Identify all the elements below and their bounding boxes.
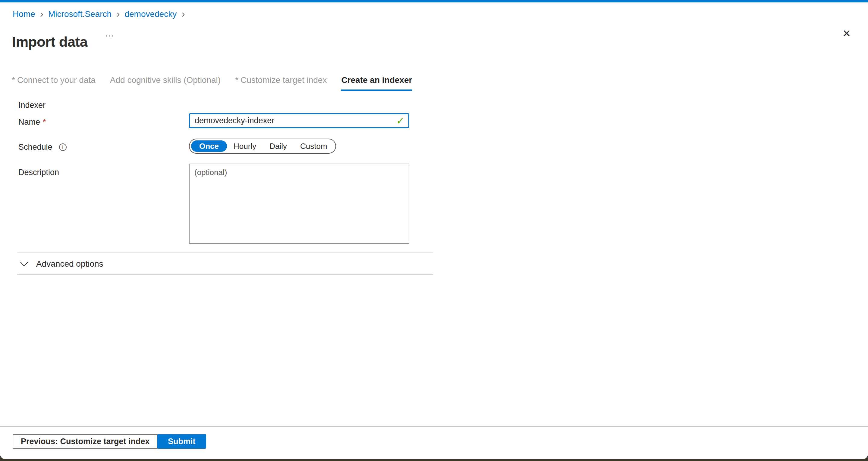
chevron-right-icon: ›	[116, 9, 120, 18]
tab-label: Connect to your data	[17, 75, 96, 85]
required-marker: *	[12, 75, 15, 85]
breadcrumb-link-microsoft-search[interactable]: Microsoft.Search	[48, 9, 112, 19]
advanced-options-label: Advanced options	[36, 259, 103, 269]
chevron-down-icon	[20, 262, 28, 267]
required-marker: *	[235, 75, 239, 85]
tab-connect-to-your-data[interactable]: * Connect to your data	[12, 75, 96, 91]
advanced-options-toggle[interactable]: Advanced options	[20, 259, 103, 269]
tab-label: Add cognitive skills (Optional)	[110, 75, 221, 85]
schedule-pill-group: Once Hourly Daily Custom	[189, 139, 336, 154]
divider	[17, 252, 433, 252]
wizard-tabs: * Connect to your data Add cognitive ski…	[12, 75, 412, 91]
schedule-option-custom[interactable]: Custom	[293, 141, 334, 152]
description-textarea[interactable]	[189, 164, 409, 244]
name-field-wrapper: ✓	[189, 113, 409, 128]
import-data-panel: Home › Microsoft.Search › demovedecky › …	[0, 0, 868, 459]
schedule-field-label: Schedule i	[19, 143, 67, 152]
tab-create-an-indexer[interactable]: Create an indexer	[341, 75, 412, 91]
chevron-right-icon: ›	[40, 9, 43, 18]
desktop-background: Home › Microsoft.Search › demovedecky › …	[0, 0, 868, 461]
chevron-right-icon: ›	[181, 9, 185, 18]
divider	[17, 274, 433, 275]
submit-button[interactable]: Submit	[157, 434, 206, 449]
tab-add-cognitive-skills[interactable]: Add cognitive skills (Optional)	[110, 75, 221, 91]
schedule-option-daily[interactable]: Daily	[263, 141, 293, 152]
previous-step-button[interactable]: Previous: Customize target index	[13, 434, 158, 449]
name-field-label: Name*	[19, 118, 46, 127]
close-icon[interactable]: ✕	[838, 25, 855, 41]
name-label-text: Name	[19, 118, 40, 127]
breadcrumb-link-home[interactable]: Home	[13, 9, 35, 19]
required-asterisk: *	[43, 118, 46, 127]
description-field-label: Description	[19, 168, 59, 177]
tab-label: Create an indexer	[341, 75, 412, 85]
page-title: Import data	[12, 33, 87, 50]
indexer-name-input[interactable]	[189, 113, 409, 128]
tab-label: Customize target index	[241, 75, 327, 85]
schedule-label-text: Schedule	[19, 143, 53, 152]
info-icon[interactable]: i	[59, 144, 67, 151]
portal-accent-bar	[0, 0, 868, 2]
footer-divider	[0, 426, 868, 427]
tab-customize-target-index[interactable]: * Customize target index	[235, 75, 327, 91]
schedule-option-hourly[interactable]: Hourly	[227, 141, 263, 152]
section-label-indexer: Indexer	[19, 101, 45, 110]
schedule-option-once[interactable]: Once	[191, 141, 227, 152]
breadcrumb: Home › Microsoft.Search › demovedecky ›	[13, 9, 185, 19]
breadcrumb-link-demovedecky[interactable]: demovedecky	[124, 9, 177, 19]
more-options-icon[interactable]: …	[103, 27, 117, 40]
